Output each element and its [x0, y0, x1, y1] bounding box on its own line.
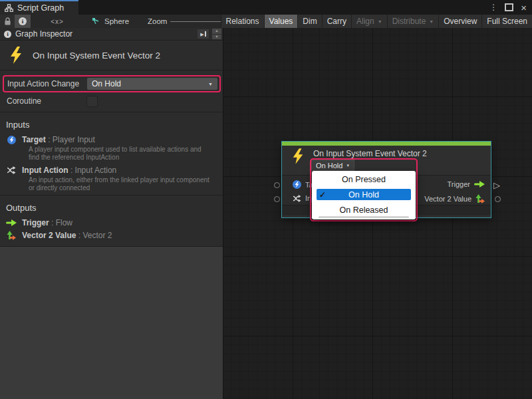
- graph-context-icon: [92, 17, 100, 26]
- lock-button[interactable]: [0, 15, 15, 28]
- tab-label: Script Graph: [17, 3, 64, 13]
- carry-button[interactable]: Carry: [322, 15, 351, 28]
- player-input-icon: [293, 180, 301, 189]
- input-action-icon: [6, 166, 17, 175]
- coroutine-row: Coroutine: [0, 94, 223, 108]
- lock-icon: [4, 17, 11, 26]
- window-menu-icon[interactable]: ⋮: [489, 3, 497, 11]
- input-action-icon: [293, 195, 301, 202]
- output-vector2-item: Vector 2 Value : Vector 2: [0, 229, 223, 240]
- coroutine-checkbox[interactable]: [86, 96, 98, 107]
- caret-down-icon: ▼: [429, 19, 434, 24]
- flow-arrow-icon: [6, 218, 17, 227]
- inspector-node-title: On Input System Event Vector 2: [33, 51, 160, 61]
- info-icon: i: [19, 17, 27, 25]
- node-title: On Input System Event Vector 2: [313, 149, 427, 158]
- lightning-bolt-icon: [9, 46, 23, 65]
- graph-inspector-header: i Graph Inspector ▶: [0, 28, 223, 41]
- code-preview-button[interactable]: <x>: [41, 15, 73, 28]
- vector2-output-port[interactable]: [495, 196, 501, 202]
- lightning-bolt-icon: [291, 148, 305, 165]
- menu-scrollbar[interactable]: [319, 216, 409, 218]
- maximize-icon[interactable]: [505, 3, 513, 11]
- caret-down-icon: ▼: [378, 19, 382, 24]
- code-icon: <x>: [51, 18, 64, 25]
- graph-inspector-panel: i Graph Inspector ▶ ▲ ▼ On Input System …: [0, 28, 223, 399]
- input-action-description: An input action, either from the linked …: [29, 176, 209, 192]
- graph-inspector-title: Graph Inspector: [15, 29, 72, 39]
- input-action-item: Input Action : Input Action An input act…: [0, 164, 223, 192]
- node-summary: On Input System Event Vector 2: [0, 41, 223, 70]
- input-action-input-port[interactable]: [274, 196, 280, 202]
- values-button[interactable]: Values: [264, 15, 298, 28]
- graph-toolbar: i <x> Sphere Zoom 1x Relations Values Di…: [0, 15, 532, 29]
- output-trigger-item: Trigger : Flow: [0, 216, 223, 227]
- window-titlebar: Script Graph ⋮ ×: [0, 0, 532, 15]
- scroll-up-button[interactable]: ▲: [212, 29, 221, 34]
- player-input-icon: [6, 135, 17, 144]
- check-icon: ✓: [319, 190, 326, 200]
- menu-item-on-hold[interactable]: ✓ On Hold: [312, 187, 416, 202]
- vector2-icon: [6, 231, 17, 240]
- align-button[interactable]: Align▼: [351, 15, 387, 28]
- menu-item-on-released[interactable]: On Released: [312, 202, 416, 217]
- graph-hierarchy-icon: [5, 4, 13, 12]
- input-target-item: Target : Player Input A player input com…: [0, 133, 223, 161]
- scroll-down-button[interactable]: ▼: [212, 35, 221, 40]
- info-icon: i: [4, 31, 11, 38]
- dim-button[interactable]: Dim: [297, 15, 321, 28]
- menu-item-on-pressed[interactable]: On Pressed: [312, 172, 416, 187]
- overview-button[interactable]: Overview: [438, 15, 481, 28]
- action-menu: On Pressed ✓ On Hold On Released: [312, 171, 416, 219]
- trigger-output-port[interactable]: ▷: [493, 181, 500, 190]
- vector2-icon: [475, 194, 485, 203]
- node-port-trigger[interactable]: Trigger: [448, 180, 485, 188]
- input-action-change-dropdown[interactable]: On Hold ▼: [87, 78, 217, 90]
- input-action-change-row-highlight: Input Action Change On Hold ▼: [3, 75, 221, 92]
- action-menu-highlight: On Pressed ✓ On Hold On Released: [310, 158, 418, 221]
- graph-canvas[interactable]: ▷ On Input System Event Vector 2 On Hold…: [223, 28, 532, 399]
- play-icon: ▶: [200, 32, 203, 37]
- node-port-vector2-value[interactable]: Vector 2 Value: [424, 194, 485, 203]
- target-input-port[interactable]: [274, 182, 280, 188]
- close-icon[interactable]: ×: [521, 3, 527, 13]
- inputs-section-title: Inputs: [0, 112, 223, 133]
- caret-down-icon: ▼: [208, 82, 213, 86]
- input-target-description: A player input component used to list av…: [29, 146, 209, 161]
- distribute-button[interactable]: Distribute▼: [387, 15, 439, 28]
- graph-context-label[interactable]: Sphere: [104, 17, 129, 25]
- zoom-label: Zoom: [148, 15, 167, 28]
- flow-arrow-icon: [474, 181, 485, 188]
- inspector-body: On Input System Event Vector 2 Input Act…: [0, 41, 223, 247]
- relations-button[interactable]: Relations: [221, 15, 264, 28]
- panel-expand-button[interactable]: ▶: [198, 29, 209, 39]
- input-action-change-label: Input Action Change: [7, 79, 87, 88]
- coroutine-label: Coroutine: [7, 96, 86, 106]
- inspector-toggle-button[interactable]: i: [15, 15, 31, 28]
- outputs-section-title: Outputs: [0, 196, 223, 216]
- tab-script-graph[interactable]: Script Graph: [0, 0, 78, 15]
- fullscreen-button[interactable]: Full Screen: [481, 15, 532, 28]
